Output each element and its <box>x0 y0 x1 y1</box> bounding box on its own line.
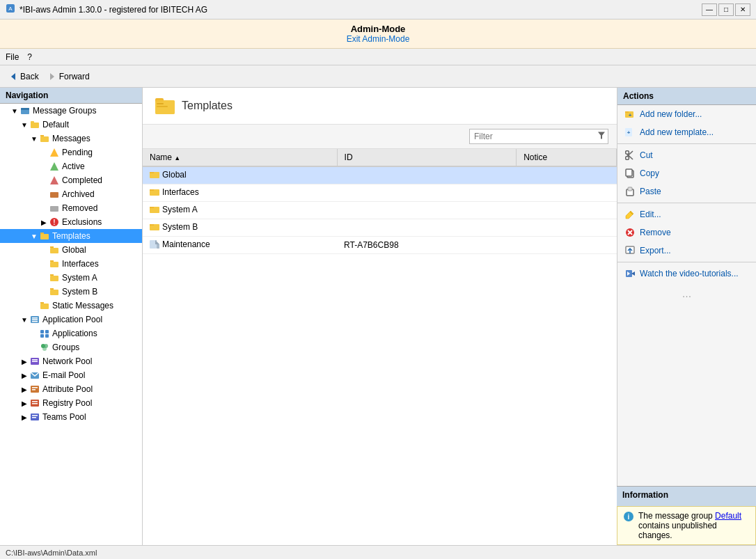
minimize-button[interactable]: — <box>702 3 717 16</box>
sidebar-item-messages[interactable]: ▼ Messages <box>0 132 142 145</box>
svg-point-78 <box>626 151 629 155</box>
interfaces-icon <box>49 258 60 269</box>
window-controls[interactable]: — □ ✕ <box>702 3 750 16</box>
toggle-exclusions[interactable]: ▶ <box>39 219 49 226</box>
expand-actions[interactable]: … <box>617 283 756 305</box>
menu-help[interactable]: ? <box>27 52 32 62</box>
col-id[interactable]: ID <box>337 149 517 166</box>
action-export[interactable]: Export... <box>617 242 756 260</box>
add-folder-icon: + <box>624 109 636 120</box>
action-edit[interactable]: Edit... <box>617 205 756 223</box>
svg-rect-33 <box>32 321 38 322</box>
sidebar-item-archived[interactable]: Archived <box>0 187 142 201</box>
row-notice <box>517 184 617 202</box>
toggle-messages[interactable]: ▼ <box>29 135 39 143</box>
toggle-teams-pool[interactable]: ▶ <box>19 414 29 421</box>
removed-icon <box>49 203 60 214</box>
action-copy[interactable]: Copy <box>617 164 756 182</box>
sidebar-item-removed[interactable]: Removed <box>0 201 142 215</box>
forward-button[interactable]: Forward <box>45 70 93 83</box>
filter-button[interactable] <box>597 132 606 142</box>
svg-marker-66 <box>150 207 154 208</box>
sidebar-item-applications[interactable]: Applications <box>0 326 142 340</box>
row-id <box>337 184 517 202</box>
app-title: *IBI-aws Admin 1.30.0 - registered for I… <box>19 5 207 15</box>
sidebar-item-exclusions[interactable]: ▶ ! Exclusions <box>0 215 142 229</box>
toggle-application-pool[interactable]: ▼ <box>19 316 29 324</box>
svg-rect-37 <box>45 334 49 338</box>
sidebar-item-message-groups[interactable]: ▼ Message Groups <box>0 104 142 118</box>
add-template-icon: + <box>624 127 636 138</box>
menu-file[interactable]: File <box>6 52 19 62</box>
toggle-templates[interactable]: ▼ <box>29 233 39 240</box>
info-icon: i <box>623 511 634 524</box>
action-paste[interactable]: Paste <box>617 182 756 200</box>
svg-marker-11 <box>50 148 58 157</box>
content-folder-icon <box>154 95 176 117</box>
table-row[interactable]: System B <box>143 219 617 237</box>
close-button[interactable]: ✕ <box>735 3 750 16</box>
filter-input[interactable] <box>469 129 608 144</box>
svg-marker-64 <box>150 189 154 191</box>
registry-pool-icon <box>29 397 40 409</box>
table-row[interactable]: Global <box>143 166 617 184</box>
toggle-default[interactable]: ▼ <box>19 121 29 129</box>
toggle-email-pool[interactable]: ▶ <box>19 372 29 379</box>
right-panel: Actions + Add new folder... + Add new te… <box>617 88 756 545</box>
sidebar-label-removed: Removed <box>62 203 97 213</box>
row-folder-icon <box>150 205 159 214</box>
info-link[interactable]: Default <box>715 511 741 521</box>
sidebar-item-application-pool[interactable]: ▼ Application Pool <box>0 313 142 326</box>
action-divider-3 <box>617 262 756 262</box>
sidebar-item-default[interactable]: ▼ Default <box>0 118 142 132</box>
table-row[interactable]: Interfaces <box>143 184 617 202</box>
toggle-registry-pool[interactable]: ▶ <box>19 400 29 407</box>
sidebar-item-pending[interactable]: Pending <box>0 145 142 159</box>
table-row[interactable]: System A <box>143 202 617 219</box>
sidebar-item-templates[interactable]: ▼ Templates <box>0 229 142 243</box>
sidebar-item-static-messages[interactable]: Static Messages <box>0 299 142 313</box>
filter-input-wrapper <box>469 129 608 144</box>
svg-marker-2 <box>11 73 15 80</box>
sidebar-item-completed[interactable]: Completed <box>0 173 142 187</box>
information-section: Information i The message group Default … <box>617 486 756 545</box>
sidebar-label-application-pool: Application Pool <box>42 315 102 324</box>
action-cut[interactable]: Cut <box>617 146 756 164</box>
action-watch-tutorials[interactable]: Watch the video-tutorials... <box>617 265 756 283</box>
svg-rect-53 <box>32 417 36 418</box>
sidebar-label-attribute-pool: Attribute Pool <box>42 384 93 394</box>
sidebar-item-interfaces[interactable]: Interfaces <box>0 257 142 271</box>
sidebar-item-global[interactable]: Global <box>0 243 142 257</box>
col-name[interactable]: Name <box>143 149 337 166</box>
maximize-button[interactable]: □ <box>718 3 734 16</box>
toggle-message-groups[interactable]: ▼ <box>10 107 19 115</box>
svg-rect-49 <box>32 401 38 402</box>
action-add-folder[interactable]: + Add new folder... <box>617 105 756 123</box>
information-header: Information <box>622 490 750 500</box>
action-remove[interactable]: Remove <box>617 223 756 242</box>
application-pool-icon <box>29 314 40 325</box>
svg-text:+: + <box>627 129 631 136</box>
sidebar-item-network-pool[interactable]: ▶ Network Pool <box>0 354 142 368</box>
col-notice[interactable]: Notice <box>517 149 617 166</box>
edit-icon <box>624 209 636 220</box>
svg-rect-26 <box>50 290 58 295</box>
sidebar-item-active[interactable]: Active <box>0 159 142 173</box>
sidebar-label-default: Default <box>42 120 69 129</box>
sidebar-item-attribute-pool[interactable]: ▶ Attribute Pool <box>0 382 142 396</box>
sidebar-item-system-b[interactable]: System B <box>0 285 142 299</box>
sidebar-item-email-pool[interactable]: ▶ E-mail Pool <box>0 368 142 382</box>
sidebar-item-teams-pool[interactable]: ▶ Teams Pool <box>0 410 142 424</box>
sidebar-item-groups[interactable]: Groups <box>0 340 142 354</box>
toggle-network-pool[interactable]: ▶ <box>19 358 29 365</box>
svg-text:A: A <box>8 6 13 12</box>
exit-admin-mode-link[interactable]: Exit Admin-Mode <box>347 34 410 44</box>
table-row[interactable]: Maintenance RT-A7B6CB98 <box>143 237 617 254</box>
sidebar-item-system-a[interactable]: System A <box>0 271 142 285</box>
sidebar-item-registry-pool[interactable]: ▶ Registry Pool <box>0 396 142 410</box>
action-add-template[interactable]: + Add new template... <box>617 123 756 141</box>
toggle-attribute-pool[interactable]: ▶ <box>19 386 29 393</box>
svg-marker-10 <box>40 135 44 136</box>
sidebar-label-teams-pool: Teams Pool <box>42 412 86 422</box>
back-button[interactable]: Back <box>6 70 42 83</box>
